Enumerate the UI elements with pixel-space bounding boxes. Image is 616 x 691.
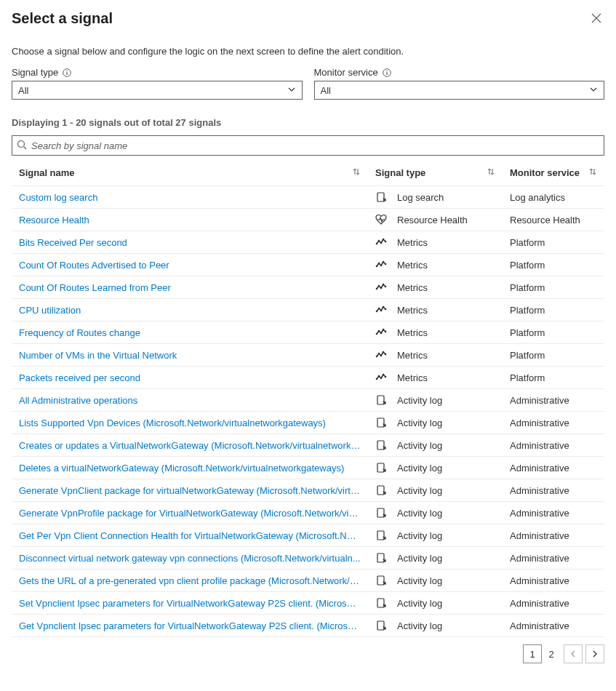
log-icon — [375, 394, 387, 406]
signal-type-text: Log search — [397, 192, 444, 203]
log-icon — [375, 575, 387, 586]
monitor-service-text: Administrative — [510, 485, 569, 496]
table-row: Gets the URL of a pre-generated vpn clie… — [12, 570, 604, 592]
metrics-icon — [375, 372, 387, 383]
signal-link[interactable]: Set Vpnclient Ipsec parameters for Virtu… — [19, 598, 361, 609]
signal-link[interactable]: Packets received per second — [19, 372, 361, 383]
signal-type-value: All — [18, 85, 287, 96]
signal-link[interactable]: Number of VMs in the Virtual Network — [19, 350, 361, 361]
monitor-service-text: Administrative — [510, 553, 569, 564]
table-row: Deletes a virtualNetworkGateway (Microso… — [12, 457, 604, 479]
panel-title: Select a signal — [12, 10, 113, 27]
sort-icon — [487, 167, 495, 178]
signal-type-text: Activity log — [397, 395, 442, 406]
signal-type-text: Activity log — [397, 598, 442, 609]
monitor-service-label: Monitor service — [314, 67, 378, 78]
signal-link[interactable]: Frequency of Routes change — [19, 327, 361, 338]
monitor-service-text: Administrative — [510, 463, 569, 474]
info-icon[interactable] — [383, 68, 391, 77]
page-2-button[interactable]: 2 — [542, 644, 561, 663]
signal-link[interactable]: Generate VpnClient package for virtualNe… — [19, 485, 361, 496]
signal-type-text: Activity log — [397, 553, 442, 564]
signal-link[interactable]: Count Of Routes Learned from Peer — [19, 282, 361, 293]
signal-type-text: Activity log — [397, 575, 442, 586]
results-count: Displaying 1 - 20 signals out of total 2… — [12, 117, 604, 128]
signal-type-text: Activity log — [397, 530, 442, 541]
column-header-type[interactable]: Signal type — [368, 163, 503, 186]
metrics-icon — [375, 236, 387, 248]
column-header-name[interactable]: Signal name — [12, 163, 368, 186]
signal-link[interactable]: Deletes a virtualNetworkGateway (Microso… — [19, 463, 361, 474]
signal-link[interactable]: Count Of Routes Advertised to Peer — [19, 260, 361, 271]
signal-type-text: Activity log — [397, 440, 442, 451]
signal-link[interactable]: Gets the URL of a pre-generated vpn clie… — [19, 575, 361, 586]
search-wrap[interactable] — [12, 135, 604, 156]
metrics-icon — [375, 349, 387, 361]
info-icon[interactable] — [63, 68, 71, 77]
table-row: CPU utilizationMetricsPlatform — [12, 299, 604, 321]
monitor-service-select[interactable]: All — [314, 81, 605, 100]
signal-type-text: Metrics — [397, 350, 428, 361]
signal-type-text: Metrics — [397, 372, 428, 383]
search-input[interactable] — [31, 140, 599, 151]
signal-type-text: Metrics — [397, 305, 428, 316]
table-row: Count Of Routes Learned from PeerMetrics… — [12, 276, 604, 299]
signal-type-text: Metrics — [397, 260, 428, 271]
chevron-down-icon — [287, 85, 296, 96]
signal-link[interactable]: Bits Received Per second — [19, 237, 361, 248]
log-icon — [375, 507, 387, 519]
svg-point-10 — [386, 70, 387, 71]
metrics-icon — [375, 327, 387, 338]
signal-type-select[interactable]: All — [12, 81, 303, 100]
panel-subtitle: Choose a signal below and configure the … — [12, 46, 604, 57]
column-header-service[interactable]: Monitor service — [503, 163, 604, 186]
signal-type-text: Resource Health — [397, 215, 468, 225]
table-row: Resource HealthResource HealthResource H… — [12, 209, 604, 231]
close-button[interactable] — [588, 10, 604, 28]
next-page-button[interactable] — [585, 644, 604, 663]
monitor-service-value: All — [321, 85, 590, 96]
signal-type-text: Activity log — [397, 485, 442, 496]
monitor-service-text: Platform — [510, 237, 545, 248]
monitor-service-text: Administrative — [510, 620, 569, 631]
prev-page-button[interactable] — [564, 644, 583, 663]
signal-link[interactable]: Get Per Vpn Client Connection Health for… — [19, 530, 361, 541]
monitor-service-text: Platform — [510, 282, 545, 293]
signal-link[interactable]: All Administrative operations — [19, 395, 361, 406]
monitor-service-text: Administrative — [510, 395, 569, 406]
monitor-service-text: Resource Health — [510, 215, 580, 225]
monitor-service-text: Log analytics — [510, 192, 565, 203]
signal-link[interactable]: Disconnect virtual network gateway vpn c… — [19, 553, 361, 564]
signal-link[interactable]: Lists Supported Vpn Devices (Microsoft.N… — [19, 418, 361, 428]
svg-rect-11 — [386, 72, 387, 75]
signal-type-text: Metrics — [397, 327, 428, 338]
signal-link[interactable]: CPU utilization — [19, 305, 361, 316]
table-row: Custom log searchLog searchLog analytics — [12, 186, 604, 209]
monitor-service-text: Administrative — [510, 508, 569, 519]
log-icon — [375, 597, 387, 609]
log-icon — [375, 417, 387, 428]
signal-link[interactable]: Get Vpnclient Ipsec parameters for Virtu… — [19, 620, 361, 631]
metrics-icon — [375, 259, 387, 271]
table-row: Frequency of Routes changeMetricsPlatfor… — [12, 321, 604, 344]
monitor-service-text: Platform — [510, 305, 545, 316]
signal-link[interactable]: Custom log search — [19, 192, 361, 203]
signal-link[interactable]: Generate VpnProfile package for VirtualN… — [19, 508, 361, 519]
log-icon — [375, 620, 387, 631]
monitor-service-text: Administrative — [510, 440, 569, 451]
signal-link[interactable]: Creates or updates a VirtualNetworkGatew… — [19, 440, 361, 451]
health-icon — [375, 214, 387, 225]
monitor-service-text: Platform — [510, 260, 545, 271]
signal-link[interactable]: Resource Health — [19, 215, 361, 225]
table-row: Lists Supported Vpn Devices (Microsoft.N… — [12, 412, 604, 434]
table-row: Packets received per secondMetricsPlatfo… — [12, 367, 604, 389]
table-row: Generate VpnClient package for virtualNe… — [12, 479, 604, 502]
monitor-service-text: Platform — [510, 350, 545, 361]
monitor-service-text: Platform — [510, 327, 545, 338]
svg-point-7 — [67, 70, 68, 71]
log-icon — [375, 439, 387, 451]
log-icon — [375, 462, 387, 474]
page-1-button[interactable]: 1 — [523, 644, 542, 663]
monitor-service-text: Administrative — [510, 418, 569, 428]
metrics-icon — [375, 304, 387, 316]
